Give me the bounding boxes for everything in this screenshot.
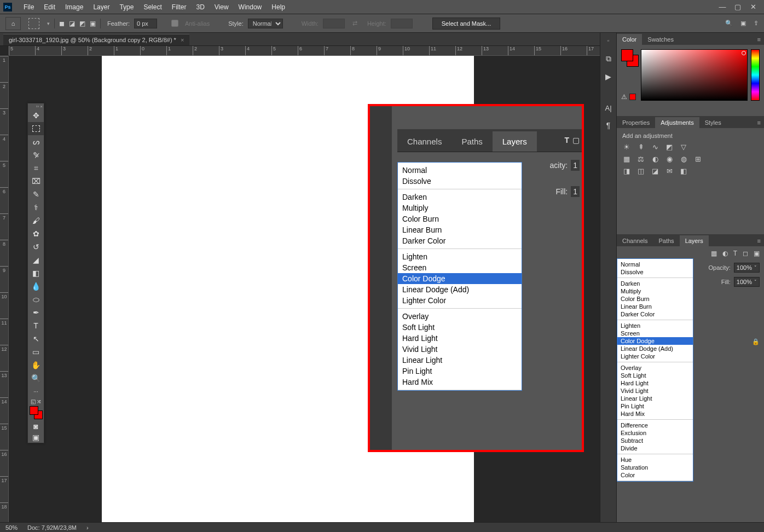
hand-tool-icon[interactable]: ✋	[28, 358, 44, 372]
curves-adj-icon[interactable]: ∿	[651, 142, 659, 151]
selection-tool-indicator-icon[interactable]	[28, 18, 39, 29]
marquee-tool-icon[interactable]	[28, 122, 44, 135]
tab-swatches[interactable]: Swatches	[642, 34, 679, 45]
quick-select-tool-icon[interactable]: ✎̷	[28, 148, 44, 161]
menu-type[interactable]: Type	[114, 3, 138, 11]
workspace-panel-icon[interactable]: ▣	[740, 20, 746, 27]
blend-mode-option[interactable]: Divide	[617, 444, 693, 452]
gamut-warning-icon[interactable]: ⚠	[621, 93, 627, 101]
filter-adj-icon[interactable]: ◐	[722, 250, 728, 257]
tab-layers-small[interactable]: Layers	[680, 235, 709, 246]
clone-stamp-tool-icon[interactable]: ✿	[28, 227, 44, 240]
feather-input[interactable]	[134, 19, 157, 28]
menu-filter[interactable]: Filter	[167, 3, 192, 11]
close-tab-icon[interactable]: ×	[181, 37, 184, 43]
blend-mode-option[interactable]: Linear Dodge (Add)	[617, 345, 693, 352]
blend-mode-option[interactable]: Hue	[617, 456, 693, 464]
doc-size[interactable]: Doc: 7,92M/23,8M	[27, 524, 77, 531]
lut-adj-icon[interactable]: ⊞	[693, 154, 702, 163]
menu-image[interactable]: Image	[60, 3, 88, 11]
blend-mode-option[interactable]: Normal	[617, 261, 693, 268]
gradient-tool-icon[interactable]: ◧	[28, 267, 44, 280]
toolbox-grip[interactable]: ›› ×	[28, 103, 44, 109]
select-and-mask-button[interactable]: Select and Mask...	[432, 18, 501, 30]
move-tool-icon[interactable]: ✥	[28, 109, 44, 122]
type-tool-icon[interactable]: T	[28, 319, 44, 332]
eraser-tool-icon[interactable]: ◢	[28, 253, 44, 267]
layers-panel-menu-icon[interactable]: ≡	[754, 235, 764, 246]
blend-mode-option[interactable]: Screen	[617, 329, 693, 337]
blend-mode-option[interactable]: Color	[617, 471, 693, 479]
blend-mode-option[interactable]: Subtract	[617, 437, 693, 444]
opacity-input[interactable]: 100%˅	[734, 263, 760, 273]
adjustments-panel-menu-icon[interactable]: ≡	[754, 117, 764, 128]
exposure-adj-icon[interactable]: ◩	[665, 142, 674, 151]
invert-adj-icon[interactable]: ◨	[622, 166, 631, 175]
blend-mode-option[interactable]: Darken	[617, 280, 693, 287]
blend-mode-option[interactable]: Color Burn	[617, 295, 693, 303]
blend-mode-option[interactable]: Lighten	[617, 322, 693, 329]
hue-sat-adj-icon[interactable]: ▦	[622, 154, 631, 163]
actions-panel-icon[interactable]: ▶	[605, 72, 611, 81]
crop-tool-icon[interactable]: ⌗	[28, 161, 44, 175]
chevron-down-icon[interactable]: ▾	[47, 21, 50, 26]
blend-mode-option[interactable]: Darker Color	[617, 310, 693, 318]
dodge-tool-icon[interactable]: ⬭	[28, 293, 44, 306]
doc-info-chevron-icon[interactable]: ›	[86, 524, 89, 531]
blend-mode-option[interactable]: Linear Burn	[617, 303, 693, 310]
search-icon[interactable]: 🔍	[725, 20, 733, 27]
fill-input[interactable]: 100%˅	[734, 277, 760, 287]
share-icon[interactable]: ⇪	[754, 20, 759, 27]
filter-smart-icon[interactable]: ▣	[754, 250, 760, 257]
blend-mode-option[interactable]: Overlay	[617, 364, 693, 372]
zoom-level[interactable]: 50%	[5, 524, 18, 531]
color-panel-menu-icon[interactable]: ≡	[754, 34, 764, 45]
blend-mode-option[interactable]: Dissolve	[617, 268, 693, 276]
selective-color-adj-icon[interactable]: ◧	[679, 166, 688, 175]
canvas[interactable]	[102, 56, 474, 522]
blend-mode-option[interactable]: Soft Light	[617, 372, 693, 379]
blend-mode-option[interactable]: Difference	[617, 421, 693, 429]
bw-adj-icon[interactable]: ◐	[651, 154, 659, 163]
blend-mode-option[interactable]: Color Dodge	[617, 337, 693, 345]
fg-bg-color-swatch[interactable]	[28, 404, 44, 421]
menu-edit[interactable]: Edit	[39, 3, 60, 11]
blur-tool-icon[interactable]: 💧	[28, 280, 44, 293]
pen-tool-icon[interactable]: ✒	[28, 306, 44, 319]
blend-mode-option[interactable]: Linear Light	[617, 395, 693, 402]
home-icon[interactable]: ⌂	[5, 17, 21, 30]
document-tab[interactable]: girl-3033718_1920.jpg @ 50% (Background …	[3, 34, 189, 45]
filter-shape-icon[interactable]: ◻	[743, 250, 748, 257]
rectangle-tool-icon[interactable]: ▭	[28, 345, 44, 358]
color-field[interactable]	[641, 49, 748, 101]
blend-mode-option[interactable]: Hard Mix	[617, 410, 693, 418]
history-panel-icon[interactable]: ⧉	[606, 54, 611, 63]
window-maximize-button[interactable]: ▢	[730, 3, 745, 11]
tab-channels-small[interactable]: Channels	[617, 235, 653, 246]
blend-mode-option[interactable]: Exclusion	[617, 429, 693, 437]
default-colors-icon[interactable]: ◱ ⤭	[28, 398, 44, 404]
screen-mode-icon[interactable]: ▣	[28, 432, 44, 443]
style-select[interactable]: Normal	[248, 19, 283, 28]
menu-help[interactable]: Help	[267, 3, 290, 11]
menu-window[interactable]: Window	[234, 3, 267, 11]
frame-tool-icon[interactable]: ⌧	[28, 175, 44, 188]
tab-properties[interactable]: Properties	[617, 117, 655, 128]
levels-adj-icon[interactable]: ⇞	[636, 142, 645, 151]
threshold-adj-icon[interactable]: ◪	[651, 166, 659, 175]
character-panel-icon[interactable]: A|	[605, 104, 611, 112]
hue-slider[interactable]	[751, 49, 760, 101]
quick-mask-icon[interactable]: ◙	[28, 421, 44, 432]
vibrance-adj-icon[interactable]: ▽	[679, 142, 688, 151]
brightness-adj-icon[interactable]: ☀	[622, 142, 631, 151]
lasso-tool-icon[interactable]: ᔕ	[28, 135, 44, 148]
filter-pixel-icon[interactable]: ▦	[711, 250, 717, 257]
channel-mixer-adj-icon[interactable]: ◍	[679, 154, 688, 163]
window-close-button[interactable]: ✕	[745, 3, 761, 11]
subtract-selection-icon[interactable]: ◩	[79, 20, 85, 27]
blend-mode-option[interactable]: Pin Light	[617, 402, 693, 410]
edit-toolbar-icon[interactable]: ···	[28, 385, 44, 398]
gradient-map-adj-icon[interactable]: ✉	[665, 166, 674, 175]
tab-paths-small[interactable]: Paths	[653, 235, 679, 246]
zoom-tool-icon[interactable]: 🔍	[28, 372, 44, 385]
